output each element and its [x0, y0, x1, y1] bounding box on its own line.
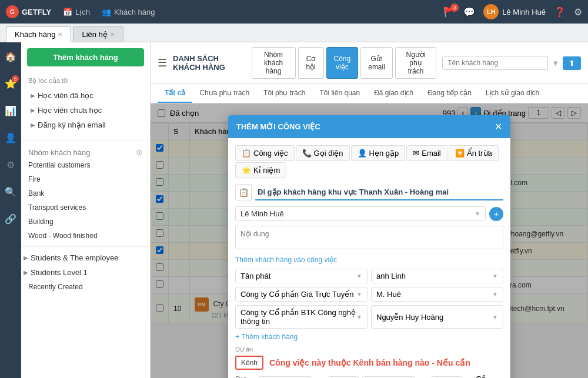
group-building[interactable]: Building — [21, 215, 150, 229]
customers-icon: 👥 — [102, 8, 111, 16]
logo: G GETFLY — [6, 5, 51, 18]
tab-customers-close[interactable]: ✕ — [58, 31, 62, 38]
filter-title: Bộ lọc của tôi — [28, 77, 143, 85]
start-label: Dự án — [235, 374, 255, 378]
customer-contact-2[interactable]: M. Huê ▼ — [371, 287, 503, 302]
sidebar-icon-settings[interactable]: ⚙ — [1, 155, 20, 174]
filter-students-lv1[interactable]: ▶ Students Level 1 — [21, 265, 150, 280]
tab-contacts-close[interactable]: ✕ — [110, 31, 115, 38]
upload-button[interactable]: ⬆ — [563, 56, 581, 70]
sidebar-icon-users[interactable]: 👤 — [1, 128, 20, 147]
filter-hocvien-chuahoc[interactable]: ▶ Học viên chưa học — [28, 103, 143, 118]
sidebar-icon-connect[interactable]: 🔗 — [1, 209, 20, 228]
task-type-congviec[interactable]: 📋 Công việc — [235, 145, 295, 161]
left-panel: Thêm khách hàng Bộ lọc của tôi ▶ Học viê… — [21, 42, 151, 378]
flag-icon[interactable]: 🚩 3 — [443, 6, 455, 18]
group-potential[interactable]: Potential customers — [21, 158, 150, 172]
group-fire[interactable]: Fire — [21, 172, 150, 186]
task-title-input[interactable] — [255, 185, 503, 200]
task-type-goidien[interactable]: 📞 Gọi điện — [296, 145, 350, 161]
sidebar-icon-chart[interactable]: 📊 — [1, 101, 20, 120]
modal-title: THÊM MỚI CÔNG VIỆC — [236, 122, 320, 131]
btn-nguoiphutrach[interactable]: Người phụ trách — [395, 47, 436, 79]
subtab-dangtiepcan[interactable]: Đang tiếp cận — [420, 84, 479, 103]
congviec-icon: 📋 — [242, 149, 251, 158]
logo-icon: G — [6, 5, 19, 18]
tab-bar: Khách hàng ✕ Liên hệ ✕ — [0, 24, 588, 42]
arrow-icon: ▶ — [31, 92, 35, 99]
subtab-toiphutrach[interactable]: Tôi phụ trách — [256, 84, 312, 103]
star-icon: ⭐ — [242, 166, 251, 175]
channel-note: Công việc này thuộc Kênh bán hàng nào - … — [269, 358, 470, 367]
nav-right: 🚩 3 💬 LH Lê Minh Huê ❓ ⚙ — [443, 4, 582, 19]
btn-nhom[interactable]: Nhóm khách hàng — [252, 47, 296, 79]
main-layout: 🏠 ⭐ 5 📊 👤 ⚙ 🔍 🔗 Thêm khách hàng Bộ lọc c… — [0, 42, 588, 378]
subtab-dagiaodich[interactable]: Đã giao dịch — [367, 84, 420, 103]
subtab-lichsugiaodich[interactable]: Lịch sử giao dịch — [479, 84, 546, 103]
modal-close-button[interactable]: ✕ — [495, 121, 502, 132]
content-header: ☰ DANH SÁCH KHÁCH HÀNG Nhóm khách hàng C… — [151, 42, 588, 84]
tab-contacts[interactable]: Liên hệ ✕ — [73, 26, 123, 42]
customer-contact-1[interactable]: anh Linh ▼ — [371, 269, 503, 283]
search-input[interactable] — [442, 56, 548, 70]
arrow-icon: ▶ — [24, 255, 28, 261]
customer-company-3[interactable]: Công ty Cổ phần BTK Công nghệ thông tin … — [235, 305, 368, 329]
chat-icon[interactable]: 💬 — [463, 6, 475, 18]
sidebar-icon-search[interactable]: 🔍 — [1, 182, 20, 201]
gear-icon[interactable]: ⚙ — [136, 148, 143, 157]
logo-text: GETFLY — [22, 8, 51, 16]
divider2 — [21, 246, 150, 247]
nav-calendar[interactable]: 📅 Lịch — [63, 8, 90, 16]
hamburger-icon[interactable]: ☰ — [158, 56, 167, 69]
help-icon[interactable]: ❓ — [554, 6, 566, 18]
tab-customers[interactable]: Khách hàng ✕ — [6, 26, 71, 42]
task-type-kiniem[interactable]: ⭐ Kỉ niệm — [235, 162, 286, 178]
btn-cohoi[interactable]: Cơ hội — [298, 47, 324, 79]
sidebar-icon-star[interactable]: ⭐ 5 — [1, 74, 20, 93]
modal-header: THÊM MỚI CÔNG VIỆC ✕ — [228, 115, 510, 138]
customer-contact-3[interactable]: Nguyễn Huy Hoàng ▼ — [371, 305, 503, 329]
add-customer-button[interactable]: Thêm khách hàng — [27, 48, 144, 66]
arrow-icon: ▶ — [24, 269, 28, 276]
filter-dangky[interactable]: ▶ Đăng ký nhận email — [28, 118, 143, 132]
subtab-tatca[interactable]: Tất cả — [158, 84, 192, 103]
task-type-email[interactable]: ✉ Email — [406, 145, 447, 161]
content-textarea[interactable] — [235, 226, 503, 249]
content-area: ☰ DANH SÁCH KHÁCH HÀNG Nhóm khách hàng C… — [151, 42, 588, 378]
customer-row-3: Công ty Cổ phần BTK Công nghệ thông tin … — [235, 305, 503, 329]
sub-tabs: Tất cả Chưa phụ trách Tôi phụ trách Tôi … — [151, 84, 588, 103]
search-dropdown-icon[interactable]: ▼ — [552, 59, 559, 68]
tab-contacts-label: Liên hệ — [82, 30, 107, 39]
task-type-hengap[interactable]: 👤 Hẹn gặp — [351, 145, 406, 161]
task-type-anthrua[interactable]: 🔽 Ẩn trừa — [449, 145, 499, 161]
header-buttons: Nhóm khách hàng Cơ hội Công việc Gửi ema… — [252, 47, 437, 79]
date-row: Dự án 📅 📅 Cả ngày — [235, 374, 503, 378]
filter-students-the[interactable]: ▶ Students & The employee — [21, 250, 150, 265]
btn-guiemail[interactable]: Gửi email — [360, 47, 393, 79]
calendar-label: Lịch — [75, 8, 90, 16]
group-bank[interactable]: Bank — [21, 186, 150, 200]
sidebar-icon-home[interactable]: 🏠 — [1, 47, 20, 66]
caret-icon: ▼ — [356, 273, 362, 279]
filter-hocvien-dahoc[interactable]: ▶ Học viên đã học — [28, 88, 143, 103]
add-customer-link[interactable]: Thêm khách hàng vào công việc — [235, 256, 503, 264]
add-assignee-button[interactable]: + — [489, 207, 503, 221]
btn-congviec[interactable]: Công việc — [326, 47, 359, 79]
user-name: Lê Minh Huê — [502, 8, 546, 16]
customer-company-1[interactable]: Tân phát ▼ — [235, 269, 368, 283]
channel-select[interactable]: Kênh — [235, 356, 263, 370]
settings-icon[interactable]: ⚙ — [574, 6, 582, 18]
arrow-icon: ▶ — [31, 107, 35, 113]
nav-customers[interactable]: 👥 Khách hàng — [102, 8, 155, 16]
group-wood[interactable]: Wood - Wood finished — [21, 229, 150, 243]
assignee-select[interactable]: Lê Minh Huê ▼ — [235, 206, 486, 221]
subtab-toilienquan[interactable]: Tôi liên quan — [312, 84, 367, 103]
task-title-bar: 📋 — [235, 184, 503, 200]
recently-created[interactable]: Recently Created — [21, 280, 150, 294]
assignee-row: Lê Minh Huê ▼ + — [235, 206, 503, 221]
group-transport[interactable]: Transport services — [21, 200, 150, 215]
add-more-customer-link[interactable]: + Thêm khách hàng — [235, 333, 298, 341]
project-label: Dự án — [235, 346, 503, 353]
customer-company-2[interactable]: Công ty Cổ phần Giá Trực Tuyến ▼ — [235, 287, 368, 302]
subtab-chuaphutrach[interactable]: Chưa phụ trách — [192, 84, 256, 103]
